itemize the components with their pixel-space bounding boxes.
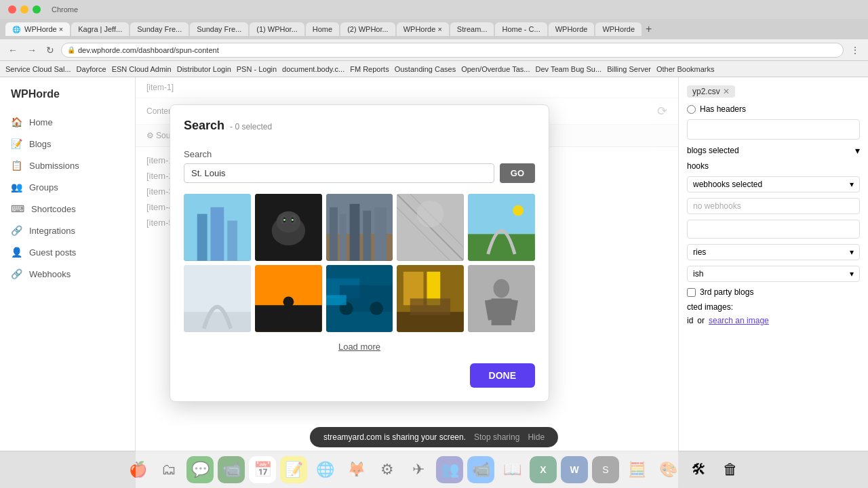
chevron-down-icon[interactable]: ▾ <box>850 269 854 279</box>
bookmark-item[interactable]: Service Cloud Sal... <box>5 65 71 73</box>
bookmark-item[interactable]: Dayforce <box>77 65 106 73</box>
bookmark-item[interactable]: Oustanding Cases <box>395 65 456 73</box>
go-button[interactable]: GO <box>500 163 535 183</box>
chevron-down-icon[interactable]: ▾ <box>850 247 854 257</box>
svg-rect-42 <box>410 298 450 315</box>
maximize-button[interactable] <box>33 5 41 14</box>
sidebar-item-guest-posts[interactable]: 👤 Guest posts <box>0 241 135 263</box>
bookmark-item[interactable]: Other Bookmarks <box>656 65 715 73</box>
bookmark-item[interactable]: Distributor Login <box>177 65 231 73</box>
image-thumb[interactable] <box>468 265 535 332</box>
bookmarks-bar: Service Cloud Sal... Dayforce ESN Cloud … <box>0 61 868 77</box>
empty-select-1[interactable] <box>687 119 860 140</box>
sidebar: WPHorde 🏠 Home 📝 Blogs 📋 Submissions 👥 G… <box>0 77 136 488</box>
image-thumb[interactable] <box>255 194 322 261</box>
dock-app3[interactable]: 🗑 <box>717 456 744 483</box>
tab[interactable]: (2) WPHor... <box>340 22 395 36</box>
sidebar-item-submissions[interactable]: 📋 Submissions <box>0 155 135 176</box>
image-actions: id or search an image <box>687 316 860 325</box>
stop-sharing-button[interactable]: Stop sharing <box>474 432 519 442</box>
back-button[interactable]: ← <box>5 43 20 57</box>
address-bar[interactable]: 🔒 dev.wphorde.com/dashboard/spun-content <box>61 43 844 58</box>
active-tab[interactable]: 🌐WPHorde × <box>5 22 70 36</box>
settings-button[interactable]: ⋮ <box>848 43 863 57</box>
forward-button[interactable]: → <box>24 43 39 57</box>
search-image-link[interactable]: search an image <box>709 316 769 325</box>
bookmark-item[interactable]: Open/Overdue Tas... <box>461 65 530 73</box>
hide-button[interactable]: Hide <box>528 432 545 442</box>
bookmark-item[interactable]: Billing Server <box>607 65 651 73</box>
groups-icon: 👥 <box>11 182 22 192</box>
tab-bar: 🌐WPHorde × Kagra | Jeff... Sunday Fre...… <box>0 19 868 39</box>
sidebar-item-groups[interactable]: 👥 Groups <box>0 176 135 198</box>
image-thumb[interactable] <box>326 194 393 261</box>
svg-rect-18 <box>363 211 371 261</box>
image-thumb[interactable] <box>397 265 464 332</box>
chevron-down-icon[interactable]: ▾ <box>855 145 860 156</box>
has-headers-label: Has headers <box>700 104 746 114</box>
svg-rect-3 <box>227 221 237 261</box>
sidebar-item-home[interactable]: 🏠 Home <box>0 111 135 133</box>
no-webhooks-field[interactable]: no webhooks <box>687 198 860 214</box>
image-thumb[interactable] <box>184 194 251 261</box>
image-thumb[interactable] <box>468 194 535 261</box>
image-thumb[interactable] <box>326 265 393 332</box>
svg-rect-22 <box>468 194 535 234</box>
new-tab-button[interactable]: + <box>646 23 652 35</box>
bookmark-item[interactable]: ESN Cloud Admin <box>112 65 172 73</box>
tab[interactable]: WPHorde × <box>397 22 449 36</box>
close-button[interactable] <box>8 5 16 14</box>
has-headers-radio[interactable] <box>687 105 696 114</box>
svg-rect-17 <box>349 204 359 261</box>
sidebar-label-webhooks: Webhooks <box>29 269 71 279</box>
bookmark-item[interactable]: FM Reports <box>350 65 389 73</box>
sidebar-item-shortcodes[interactable]: ⌨ Shortcodes <box>0 198 135 220</box>
webhooks-icon: 🔗 <box>11 268 22 279</box>
bookmark-item[interactable]: PSN - Login <box>237 65 277 73</box>
refresh-button[interactable]: ↻ <box>43 43 57 57</box>
sidebar-item-blogs[interactable]: 📝 Blogs <box>0 133 135 155</box>
submissions-icon: 📋 <box>11 160 22 171</box>
selected-images-section: cted images: <box>687 302 860 312</box>
image-grid <box>184 194 535 332</box>
sidebar-label-integrations: Integrations <box>29 226 75 236</box>
search-input[interactable] <box>184 163 494 183</box>
tab[interactable]: WPHorde <box>549 22 595 36</box>
empty-field-1[interactable] <box>687 220 860 239</box>
image-thumb[interactable] <box>255 265 322 332</box>
image-thumb[interactable] <box>397 194 464 261</box>
tab[interactable]: Home <box>306 22 339 36</box>
search-modal: Search - 0 selected Search GO <box>170 104 549 402</box>
tab[interactable]: Kagra | Jeff... <box>71 22 129 36</box>
minimize-button[interactable] <box>20 5 28 14</box>
bookmark-item[interactable]: Dev Team Bug Su... <box>536 65 602 73</box>
load-more-link[interactable]: Load more <box>338 342 380 352</box>
svg-rect-2 <box>211 207 224 261</box>
third-party-checkbox[interactable] <box>687 288 696 297</box>
bookmark-item[interactable]: document.body.c... <box>282 65 344 73</box>
dock-app2[interactable]: 🛠 <box>686 456 713 483</box>
sidebar-label-home: Home <box>29 117 53 127</box>
tab[interactable]: Stream... <box>450 22 494 36</box>
webhooks-label: webhooks selected <box>693 180 762 189</box>
tab[interactable]: (1) WPHor... <box>250 22 304 36</box>
tab[interactable]: Sunday Fre... <box>130 22 189 36</box>
modal-footer: DONE <box>184 358 535 388</box>
image-thumb[interactable] <box>184 265 251 332</box>
sidebar-item-integrations[interactable]: 🔗 Integrations <box>0 220 135 241</box>
sidebar-item-webhooks[interactable]: 🔗 Webhooks <box>0 263 135 285</box>
modal-title: Search <box>184 119 224 133</box>
svg-point-12 <box>292 219 294 221</box>
tab[interactable]: Sunday Fre... <box>190 22 248 36</box>
svg-rect-15 <box>330 207 338 261</box>
tab[interactable]: Home - C... <box>495 22 547 36</box>
chevron-down-icon[interactable]: ▾ <box>850 180 854 189</box>
notification-bar: streamyard.com is sharing your screen. S… <box>310 427 558 447</box>
tab[interactable]: WPHorde <box>595 22 642 36</box>
title-bar: Chrome <box>0 0 868 19</box>
done-button[interactable]: DONE <box>470 363 535 388</box>
integrations-icon: 🔗 <box>11 225 22 236</box>
nav-bar: ← → ↻ 🔒 dev.wphorde.com/dashboard/spun-c… <box>0 39 868 61</box>
csv-close-button[interactable]: ✕ <box>723 87 730 96</box>
svg-point-44 <box>494 279 510 298</box>
